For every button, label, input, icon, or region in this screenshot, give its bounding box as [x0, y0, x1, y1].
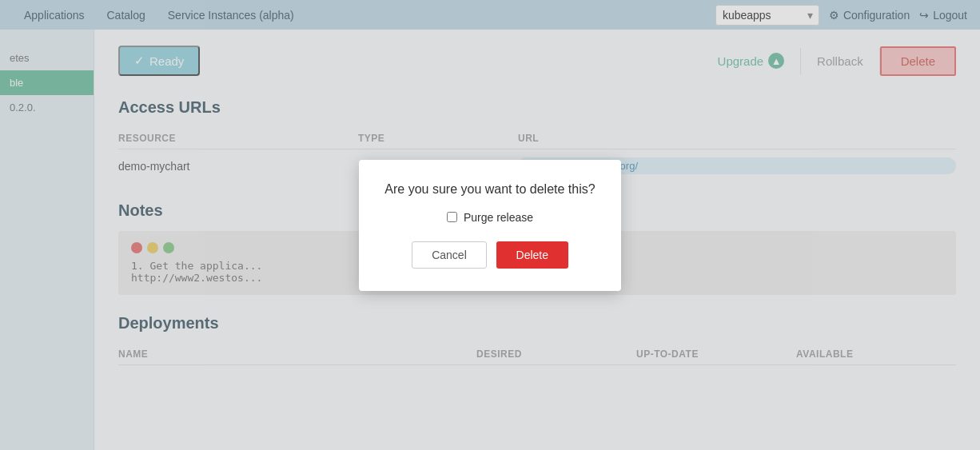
modal-delete-button[interactable]: Delete	[496, 241, 568, 269]
purge-release-label[interactable]: Purge release	[464, 211, 533, 224]
purge-release-row: Purge release	[384, 211, 595, 224]
modal-cancel-button[interactable]: Cancel	[412, 241, 487, 269]
purge-release-checkbox[interactable]	[447, 212, 457, 222]
modal-overlay: Are you sure you want to delete this? Pu…	[0, 0, 980, 450]
modal-title: Are you sure you want to delete this?	[384, 182, 595, 197]
delete-modal: Are you sure you want to delete this? Pu…	[359, 160, 620, 291]
modal-actions: Cancel Delete	[384, 241, 595, 269]
